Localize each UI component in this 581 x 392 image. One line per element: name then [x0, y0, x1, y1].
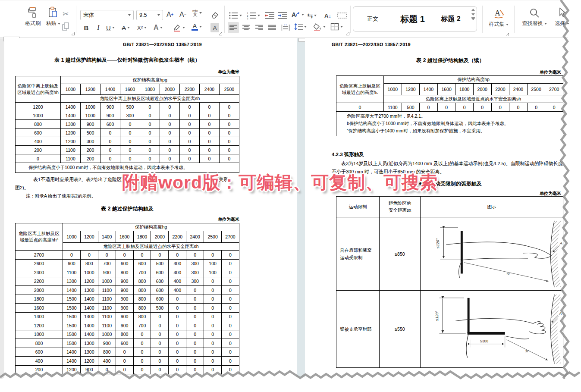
value-cell: 100: [204, 268, 222, 277]
font-size-value: 9.5: [139, 12, 147, 18]
value-cell: 100: [204, 259, 222, 268]
value-cell: 1100: [98, 295, 116, 304]
value-cell: 0: [180, 137, 200, 146]
justify-button[interactable]: [267, 22, 278, 33]
value-cell: 0: [160, 154, 180, 163]
column-header-cell: 2200: [180, 84, 200, 95]
table1: 危险区中离上肢触及区域最近点的高度hh保护结构高度hpg100012001400…: [15, 76, 239, 173]
line-spacing-button[interactable]: [294, 22, 307, 31]
column-header-cell: 1000: [384, 84, 402, 95]
page-header: GB/T 23821—2022/ISO 13857:2019: [332, 41, 411, 48]
pinyin-guide-button[interactable]: wén 文: [192, 8, 202, 18]
gallery-up-button[interactable]: [471, 9, 475, 11]
column-header-cell: 2500: [527, 84, 545, 95]
align-center-button[interactable]: [241, 22, 252, 33]
select-tool-button[interactable]: 选择: [552, 7, 572, 27]
grow-font-button[interactable]: A+: [166, 10, 173, 19]
align-right-button[interactable]: [254, 22, 265, 33]
clear-format-button[interactable]: [210, 10, 220, 19]
font-name-select[interactable]: 宋体: [80, 10, 134, 20]
highlight-button[interactable]: [173, 23, 185, 32]
bullets-button[interactable]: [229, 11, 242, 20]
value-cell: 0: [140, 154, 160, 163]
sort-button[interactable]: A↓: [324, 11, 331, 20]
value-cell: 500: [402, 103, 420, 112]
show-marks-button[interactable]: [337, 11, 347, 20]
row-label-cell: 1000: [16, 330, 63, 339]
shading-button[interactable]: [313, 22, 326, 31]
text-direction-button[interactable]: A: [292, 10, 304, 19]
value-cell: 0: [186, 304, 204, 313]
shrink-font-button[interactable]: A−: [179, 10, 186, 19]
numbered-list-icon: 123: [247, 12, 256, 19]
page-left[interactable]: GB/T 23821—2022/ISO 13857:2019 表 1 越过保护结…: [4, 38, 297, 379]
gallery-expand-button[interactable]: [471, 18, 475, 20]
value-cell: 300: [81, 137, 100, 146]
value-cell: 0: [98, 251, 116, 260]
value-cell: 1500: [63, 321, 81, 330]
value-cell: 900: [116, 321, 133, 330]
increase-indent-button[interactable]: [278, 11, 287, 20]
app-window: 格式刷 粘贴 ✂ 宋体 9.5 A+: [0, 0, 581, 392]
bold-button[interactable]: B: [82, 23, 91, 32]
char-shading-button[interactable]: A: [210, 23, 219, 32]
find-replace-button[interactable]: 查找替换: [518, 7, 550, 27]
value-cell: 0: [151, 251, 169, 260]
paragraph-group-expander[interactable]: [346, 32, 349, 35]
sub-header-cell: 危险区离上肢触及区域最近点的水平安全距离sh: [63, 243, 239, 251]
value-cell: 0: [222, 365, 239, 374]
value-cell: 0: [204, 295, 222, 304]
column-header-cell: 1200: [402, 84, 420, 95]
clipboard-group-expander[interactable]: [72, 32, 75, 35]
row-label-cell: 200: [16, 365, 63, 374]
column-header-cell: 1800: [455, 84, 474, 95]
decrease-indent-button[interactable]: [265, 11, 274, 20]
value-cell: 900: [98, 268, 116, 277]
value-cell: 0: [151, 312, 169, 321]
numbering-button[interactable]: 123: [247, 11, 260, 20]
cjk-layout-button[interactable]: ⇆: [307, 11, 317, 20]
value-cell: 1300: [80, 348, 98, 357]
gallery-down-button[interactable]: [471, 13, 475, 16]
footnote-line: 危险区高度大于2700 mm时，见4.2.1。: [347, 113, 561, 120]
table1-unit: 单位为毫米: [15, 68, 239, 75]
strikethrough-button[interactable]: A: [122, 23, 130, 32]
value-cell: 0: [186, 357, 204, 366]
distribute-button[interactable]: [280, 22, 292, 33]
cut-button[interactable]: ✂: [60, 9, 71, 19]
svg-text:3: 3: [247, 17, 248, 20]
row-label-cell: 1200: [16, 321, 63, 330]
font-group-expander[interactable]: [219, 32, 222, 35]
borders-button[interactable]: [330, 22, 343, 31]
data-table: 危险区离上肢触及区域最近点的高度hhᵃ保护结构高度hg1000120014001…: [15, 223, 239, 374]
value-cell: 900: [116, 312, 133, 321]
value-cell: 0: [220, 137, 239, 146]
value-cell: 700: [133, 321, 151, 330]
style-item-heading1[interactable]: 标题 1: [392, 13, 433, 25]
styles-group-expander[interactable]: [506, 33, 509, 36]
page-right[interactable]: GB/T 23821—2022/ISO 13857:2019 表 2 越过保护结…: [305, 38, 581, 379]
row-header-cell: 危险区中离上肢触及区域最近点的高度hh: [16, 76, 61, 103]
style-item-heading2[interactable]: 标题 2: [433, 15, 468, 24]
text-effects-button[interactable]: A: [154, 23, 163, 32]
value-cell: 700: [98, 259, 116, 268]
align-left-button[interactable]: [228, 22, 239, 33]
superscript-button[interactable]: X²: [137, 23, 147, 32]
italic-button[interactable]: I: [94, 23, 103, 32]
style-item-normal[interactable]: 正文: [353, 15, 392, 23]
font-color-button[interactable]: A: [192, 22, 202, 31]
column-header-cell: 1800: [140, 84, 160, 95]
row-label-cell: 200: [16, 146, 61, 154]
value-cell: 800: [133, 312, 151, 321]
paragraph-text: 图2)。: [15, 184, 29, 191]
value-cell: 0: [151, 365, 169, 374]
font-size-select[interactable]: 9.5: [136, 10, 163, 20]
value-cell: 0: [169, 304, 186, 313]
value-cell: 0: [204, 321, 222, 330]
underline-button[interactable]: U: [106, 23, 115, 32]
page-gap: [297, 38, 305, 377]
format-painter-button[interactable]: 格式刷: [22, 6, 43, 27]
value-cell: 0: [169, 295, 186, 304]
copy-button[interactable]: [60, 22, 71, 31]
style-set-button[interactable]: A 样式集: [486, 7, 512, 28]
